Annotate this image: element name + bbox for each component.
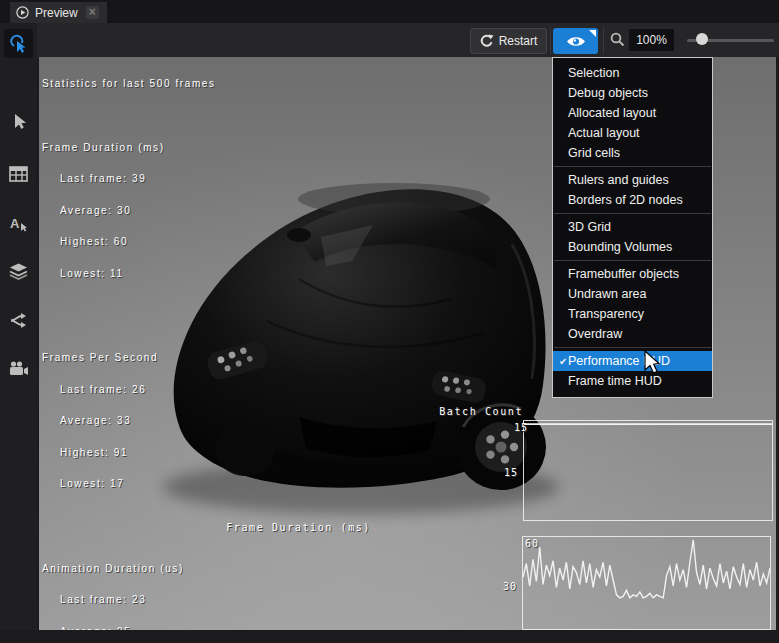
menu-separator bbox=[554, 347, 711, 348]
preview-window: Preview × A bbox=[0, 0, 779, 643]
svg-text:A: A bbox=[10, 216, 20, 231]
zoom-value-field[interactable]: 100% bbox=[629, 29, 674, 51]
window-bottom-edge bbox=[0, 630, 779, 643]
menu-separator bbox=[554, 166, 711, 167]
menu-item-transparency[interactable]: Transparency bbox=[553, 304, 712, 324]
menu-item-frame-time-hud[interactable]: Frame time HUD bbox=[553, 371, 712, 391]
menu-item-grid-cells[interactable]: Grid cells bbox=[553, 143, 712, 163]
preview-toolbar: Restart 100% bbox=[37, 23, 779, 57]
tab-title: Preview bbox=[35, 6, 78, 20]
restart-button[interactable]: Restart bbox=[470, 28, 547, 54]
menu-item-debug-objects[interactable]: Debug objects bbox=[553, 83, 712, 103]
text-tool-button[interactable]: A bbox=[4, 209, 33, 238]
menu-separator bbox=[554, 213, 711, 214]
hud-group-frame-duration: Frame Duration (ms) Last frame: 39 Avera… bbox=[42, 122, 237, 301]
frame-duration-chart: 60 30 bbox=[522, 536, 771, 630]
tool-sidebar: A bbox=[0, 23, 37, 643]
tab-bar: Preview × bbox=[0, 0, 779, 23]
select-tool-button[interactable] bbox=[4, 107, 33, 136]
menu-item-borders-of-2d-nodes[interactable]: Borders of 2D nodes bbox=[553, 190, 712, 210]
batch-chart-mid-label: 15 bbox=[504, 467, 518, 478]
zoom-magnifier-icon bbox=[610, 32, 625, 47]
menu-item-selection[interactable]: Selection bbox=[553, 63, 712, 83]
restart-icon bbox=[480, 34, 494, 48]
connections-icon bbox=[9, 312, 28, 329]
eye-icon bbox=[566, 35, 586, 48]
toolbar-divider bbox=[603, 27, 604, 54]
zoom-slider-thumb[interactable] bbox=[696, 33, 708, 45]
text-tool-icon: A bbox=[9, 215, 28, 233]
menu-separator bbox=[554, 260, 711, 261]
layers-icon bbox=[9, 263, 28, 280]
hud-title: Statistics for last 500 frames bbox=[42, 79, 237, 90]
visibility-toggle-button[interactable] bbox=[553, 28, 598, 54]
frame-chart-mid-label: 30 bbox=[503, 581, 517, 592]
menu-item-overdraw[interactable]: Overdraw bbox=[553, 324, 712, 344]
camera-tool-button[interactable] bbox=[4, 354, 33, 383]
menu-item-rulers-and-guides[interactable]: Rulers and guides bbox=[553, 170, 712, 190]
menu-item-bounding-volumes[interactable]: Bounding Volumes bbox=[553, 237, 712, 257]
menu-item-performance-hud[interactable]: ✔ Performance HUD bbox=[553, 351, 712, 371]
check-icon: ✔ bbox=[553, 356, 568, 367]
interact-cursor-icon bbox=[9, 34, 29, 54]
play-icon bbox=[16, 6, 29, 19]
layers-tool-button[interactable] bbox=[4, 257, 33, 286]
interact-tool-button[interactable] bbox=[4, 29, 33, 58]
menu-item-undrawn-area[interactable]: Undrawn area bbox=[553, 284, 712, 304]
video-camera-icon bbox=[9, 361, 29, 376]
batch-count-plot bbox=[524, 421, 772, 520]
menu-item-actual-layout[interactable]: Actual layout bbox=[553, 123, 712, 143]
restart-label: Restart bbox=[499, 34, 538, 48]
menu-item-3d-grid[interactable]: 3D Grid bbox=[553, 217, 712, 237]
batch-count-chart: 15 15 bbox=[523, 420, 773, 521]
visibility-dropdown-menu: Selection Debug objects Allocated layout… bbox=[552, 57, 713, 398]
frame-duration-plot bbox=[523, 537, 770, 629]
grid-icon bbox=[9, 166, 28, 182]
hud-group-fps: Frames Per Second Last frame: 26 Average… bbox=[42, 332, 237, 511]
toolbar-divider bbox=[550, 27, 551, 54]
tab-preview[interactable]: Preview × bbox=[10, 2, 107, 23]
performance-hud: Statistics for last 500 frames Frame Dur… bbox=[42, 58, 237, 630]
hud-group-animation-duration: Animation Duration (us) Last frame: 23 A… bbox=[42, 543, 237, 631]
menu-item-framebuffer-objects[interactable]: Framebuffer objects bbox=[553, 264, 712, 284]
frame-duration-chart-title: Frame Duration (ms) bbox=[226, 522, 371, 533]
connections-tool-button[interactable] bbox=[4, 306, 33, 335]
batch-count-chart-title: Batch Count bbox=[439, 406, 523, 417]
menu-item-allocated-layout[interactable]: Allocated layout bbox=[553, 103, 712, 123]
grid-tool-button[interactable] bbox=[4, 159, 33, 188]
tab-close-icon[interactable]: × bbox=[86, 6, 99, 19]
mouse-cursor bbox=[644, 350, 662, 376]
select-arrow-icon bbox=[10, 113, 28, 131]
